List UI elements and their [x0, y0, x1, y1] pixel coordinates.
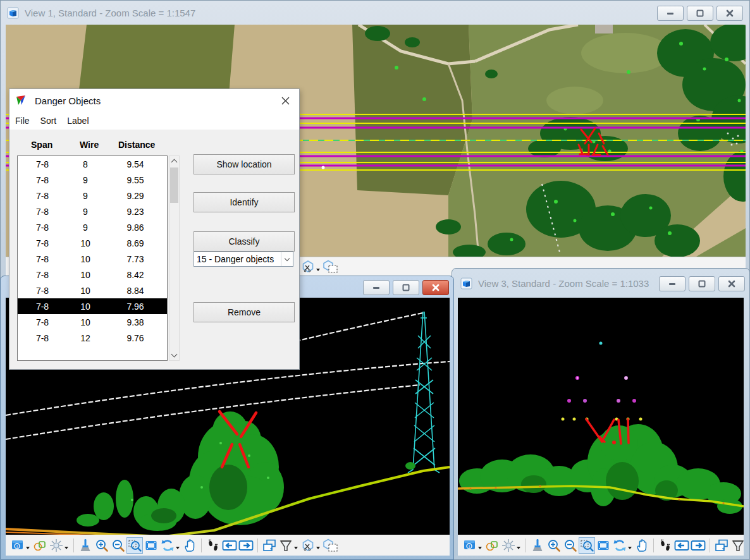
table-row[interactable]: 7-8 10 8.84 — [18, 283, 167, 298]
update-view-icon[interactable] — [529, 537, 546, 554]
view-next-icon[interactable] — [238, 537, 254, 554]
dropdown-caret[interactable] — [316, 269, 320, 273]
table-row[interactable]: 7-8 10 8.42 — [18, 267, 167, 283]
dropdown-caret[interactable] — [176, 547, 180, 551]
menu-label[interactable]: Label — [67, 116, 89, 126]
view-attributes-icon[interactable]: i — [9, 537, 26, 554]
menu-sort[interactable]: Sort — [40, 116, 57, 126]
view3-window: View 3, Standard - Zoom Scale = 1:1033 — [452, 268, 750, 560]
table-row[interactable]: 7-8 12 9.76 — [18, 330, 167, 346]
column-header-distance[interactable]: Distance — [118, 140, 155, 150]
walk-icon[interactable] — [657, 537, 673, 554]
close-button[interactable] — [422, 280, 449, 295]
toolbar-separator — [526, 539, 526, 552]
dropdown-caret[interactable] — [478, 547, 482, 551]
view1-titlebar[interactable]: View 1, Standard - Zoom Scale = 1:1547 — [1, 1, 749, 25]
view3-title: View 3, Standard - Zoom Scale = 1:1033 — [478, 278, 649, 289]
rotate-view-icon[interactable] — [612, 537, 628, 554]
maximize-button[interactable] — [687, 6, 713, 21]
zoom-out-icon[interactable] — [562, 537, 579, 554]
cell-distance: 8.42 — [104, 270, 167, 280]
view3-section-canvas[interactable] — [458, 298, 744, 535]
dropdown-caret[interactable] — [517, 547, 520, 551]
cell-wire: 10 — [67, 317, 104, 327]
display-style-icon[interactable] — [484, 537, 500, 554]
table-row[interactable]: 7-8 8 9.54 — [18, 156, 167, 172]
walk-icon[interactable] — [205, 537, 221, 554]
window-area-icon[interactable] — [126, 537, 143, 554]
toolbar-separator — [653, 539, 654, 552]
table-row[interactable]: 7-8 10 7.96 — [18, 298, 167, 314]
view-controls-toolbar: i — [6, 535, 450, 556]
clip-mask-icon[interactable] — [300, 537, 316, 554]
table-row[interactable]: 7-8 10 8.69 — [18, 235, 167, 251]
view-previous-icon[interactable] — [673, 537, 690, 554]
close-button[interactable] — [716, 6, 743, 21]
cell-wire: 9 — [67, 207, 104, 217]
table-row[interactable]: 7-8 10 7.73 — [18, 251, 167, 267]
pan-view-icon[interactable] — [634, 537, 650, 554]
display-style-icon[interactable] — [32, 537, 48, 554]
table-row[interactable]: 7-8 9 9.29 — [18, 188, 167, 204]
view3-titlebar[interactable]: View 3, Standard - Zoom Scale = 1:1033 — [452, 269, 749, 298]
table-row[interactable]: 7-8 9 9.23 — [18, 204, 167, 219]
minimize-button[interactable] — [657, 6, 684, 21]
cell-distance: 9.29 — [104, 191, 167, 201]
menu-file[interactable]: File — [15, 116, 30, 126]
dropdown-caret[interactable] — [65, 547, 68, 551]
classify-button[interactable]: Classify — [194, 231, 295, 252]
dropdown-caret[interactable] — [628, 547, 632, 551]
rotate-view-icon[interactable] — [159, 537, 176, 554]
zoom-out-icon[interactable] — [110, 537, 126, 554]
toolbar-separator — [710, 539, 710, 552]
cell-span: 7-8 — [18, 333, 67, 343]
chevron-down-icon[interactable] — [281, 252, 293, 266]
table-scrollbar[interactable] — [169, 155, 180, 361]
update-view-icon[interactable] — [77, 537, 94, 554]
adjust-brightness-icon[interactable] — [500, 537, 517, 554]
minimize-button[interactable] — [363, 280, 390, 295]
dropdown-caret[interactable] — [26, 547, 30, 551]
cross-section-point-cloud — [458, 298, 744, 535]
dialog-titlebar[interactable]: Danger Objects — [9, 89, 299, 112]
close-button[interactable] — [718, 276, 745, 291]
toolbar-separator — [201, 539, 202, 552]
minimize-button[interactable] — [659, 276, 685, 291]
clip-mask-icon[interactable] — [300, 259, 316, 275]
class-dropdown[interactable]: 15 - Danger objects — [194, 252, 293, 267]
maximize-button[interactable] — [393, 280, 419, 295]
zoom-in-icon[interactable] — [94, 537, 110, 554]
view-attributes-icon[interactable]: i — [462, 537, 478, 554]
scroll-down-icon[interactable] — [169, 350, 179, 360]
dropdown-caret[interactable] — [316, 547, 320, 551]
close-icon[interactable] — [279, 94, 292, 107]
zoom-in-icon[interactable] — [546, 537, 562, 554]
view-next-icon[interactable] — [690, 537, 706, 554]
clip-volume-settings-icon[interactable] — [322, 537, 338, 554]
table-row[interactable]: 7-8 9 9.55 — [18, 172, 167, 188]
table-row[interactable]: 7-8 10 9.38 — [18, 314, 167, 330]
maximize-button[interactable] — [689, 276, 715, 291]
copy-view-icon[interactable] — [261, 537, 278, 554]
show-location-button[interactable]: Show location — [194, 154, 295, 174]
copy-view-icon[interactable] — [713, 537, 730, 554]
scroll-up-icon[interactable] — [169, 156, 179, 166]
fit-view-icon[interactable] — [595, 537, 612, 554]
pan-view-icon[interactable] — [181, 537, 198, 554]
view-previous-icon[interactable] — [221, 537, 238, 554]
adjust-brightness-icon[interactable] — [48, 537, 65, 554]
clip-volume-settings-icon[interactable] — [322, 259, 338, 275]
cell-span: 7-8 — [18, 286, 67, 296]
fit-view-icon[interactable] — [143, 537, 159, 554]
column-header-span[interactable]: Span — [31, 140, 52, 150]
remove-button[interactable]: Remove — [194, 302, 295, 322]
clip-volume-icon[interactable] — [730, 537, 744, 554]
clip-volume-icon[interactable] — [278, 537, 294, 554]
table-row[interactable]: 7-8 9 9.86 — [18, 219, 167, 235]
scrollbar-thumb[interactable] — [170, 167, 178, 203]
column-header-wire[interactable]: Wire — [80, 140, 99, 150]
identify-button[interactable]: Identify — [194, 192, 295, 212]
dropdown-caret[interactable] — [294, 547, 298, 551]
danger-table-body[interactable]: 7-8 8 9.54 7-8 9 9.55 7-8 9 9.29 7-8 9 9… — [17, 155, 168, 361]
window-area-icon[interactable] — [579, 537, 595, 554]
